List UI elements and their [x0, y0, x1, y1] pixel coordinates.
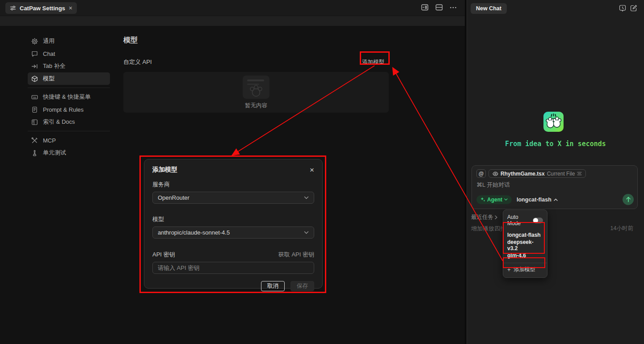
sidebar-item-index-docs[interactable]: 索引 & Docs — [28, 116, 110, 128]
get-api-key-link[interactable]: 获取 API 密钥 — [278, 251, 314, 259]
tab-complete-icon — [31, 63, 38, 70]
sidebar-item-label: 索引 & Docs — [43, 118, 75, 126]
sidebar-item-label: 快捷键 & 快捷菜单 — [43, 93, 91, 101]
sidebar-item-shortcuts[interactable]: 快捷键 & 快捷菜单 — [28, 91, 110, 103]
chevron-down-icon — [504, 198, 508, 201]
custom-api-empty-panel: 暂无内容 — [123, 72, 389, 113]
sidebar-separator — [28, 131, 110, 131]
editor-tab-bar: CatPaw Settings × — [0, 0, 465, 16]
sidebar-separator — [28, 88, 110, 88]
chevron-down-icon — [304, 196, 309, 199]
sliders-icon — [10, 5, 16, 11]
layout-panel-icon[interactable] — [421, 4, 429, 11]
selected-model-label: longcat-flash — [517, 197, 551, 203]
cube-icon — [31, 76, 38, 82]
sidebar-item-label: MCP — [43, 137, 56, 144]
tab-catpaw-settings[interactable]: CatPaw Settings × — [5, 2, 77, 14]
arrow-up-icon — [626, 197, 631, 202]
menu-add-model-button[interactable]: + 添加模型 — [503, 265, 547, 274]
agent-label: Agent — [487, 197, 502, 203]
app-window: CatPaw Settings × 通用 Chat — [0, 0, 644, 344]
agent-mode-button[interactable]: Agent — [476, 195, 512, 204]
sidebar-item-label: Chat — [43, 50, 55, 57]
current-file-chip[interactable]: RhythmGame.tsx Current File — [488, 169, 586, 178]
chat-history-icon[interactable] — [619, 4, 626, 12]
models-section: 模型 自定义 API 添加模型 暂无内容 — [123, 36, 389, 113]
empty-state-icon — [243, 76, 269, 99]
sidebar-item-label: Tab 补全 — [43, 62, 66, 70]
chat-bubble-icon — [31, 50, 38, 57]
tools-icon — [31, 137, 38, 144]
menu-separator — [503, 263, 547, 263]
auto-mode-row: Auto Mode — [503, 213, 547, 230]
close-icon[interactable]: × — [310, 166, 314, 174]
model-dropdown-menu: Auto Mode longcat-flash deepseek-v3.2 gl… — [503, 210, 547, 278]
save-button[interactable]: 保存 — [290, 281, 314, 291]
sidebar-item-label: Prompt & Rules — [43, 106, 84, 113]
model-selector-button[interactable]: longcat-flash — [517, 197, 558, 203]
provider-value: OpenRouter — [158, 194, 189, 201]
sidebar-item-prompt-rules[interactable]: Prompt & Rules — [28, 103, 110, 116]
model-label: 模型 — [152, 215, 314, 223]
editor-toolbar — [421, 4, 457, 11]
sidebar-item-models[interactable]: 模型 — [28, 72, 110, 85]
sidebar-item-label: 单元测试 — [43, 149, 66, 157]
recent-task-title[interactable]: 增加播放四拍 — [471, 225, 506, 233]
auto-mode-toggle[interactable] — [533, 218, 543, 223]
catpaw-logo — [543, 112, 564, 132]
chevron-up-icon — [554, 198, 558, 201]
file-name: RhythmGame.tsx — [501, 171, 545, 177]
chevron-right-icon — [495, 215, 497, 219]
settings-sidebar: 通用 Chat Tab 补全 模型 快捷键 & 快捷菜单 Prompt & — [28, 35, 110, 159]
new-chat-tab[interactable]: New Chat — [471, 3, 507, 14]
provider-label: 服务商 — [152, 180, 314, 189]
sidebar-item-label: 通用 — [43, 37, 55, 45]
empty-state-text: 暂无内容 — [245, 102, 267, 109]
menu-item-model[interactable]: deepseek-v3.2 — [503, 240, 547, 250]
tab-close-icon[interactable]: × — [69, 5, 72, 11]
chat-input-box[interactable]: @ RhythmGame.tsx Current File ⌘L 开始对话 Ag… — [471, 165, 638, 209]
lines-icon — [577, 172, 582, 176]
api-key-label: API 密钥 — [152, 251, 175, 259]
chat-panel: New Chat — [467, 0, 644, 344]
current-file-badge: Current File — [547, 171, 575, 177]
menu-item-model[interactable]: glm-4.6 — [503, 250, 547, 260]
sidebar-item-chat[interactable]: Chat — [28, 47, 110, 60]
flask-icon — [31, 150, 38, 156]
tab-title: CatPaw Settings — [20, 5, 65, 12]
add-model-modal: 添加模型 × 服务商 OpenRouter 模型 anthropic/claud… — [144, 159, 323, 289]
tagline: From idea to X in seconds — [467, 140, 644, 148]
chevron-down-icon — [304, 231, 309, 234]
sparkles-icon — [480, 197, 485, 202]
recent-task-time: 14小时前 — [610, 225, 633, 232]
provider-select[interactable]: OpenRouter — [152, 192, 314, 204]
new-chat-compose-icon[interactable] — [630, 4, 637, 12]
model-value: anthropic/claude-sonnet-4.5 — [158, 229, 230, 236]
sidebar-item-general[interactable]: 通用 — [28, 35, 110, 47]
modal-title: 添加模型 — [152, 166, 177, 174]
auto-mode-label: Auto Mode — [507, 214, 533, 227]
editor-header-band — [0, 16, 465, 26]
sidebar-item-mcp[interactable]: MCP — [28, 134, 110, 147]
mention-button[interactable]: @ — [476, 169, 486, 178]
gear-icon — [31, 38, 38, 45]
send-button[interactable] — [623, 194, 634, 205]
prompt-doc-icon — [31, 106, 38, 113]
model-select[interactable]: anthropic/claude-sonnet-4.5 — [152, 227, 314, 239]
add-model-button[interactable]: 添加模型 — [358, 56, 389, 68]
more-options-icon[interactable] — [450, 4, 457, 11]
sidebar-item-tab-completion[interactable]: Tab 补全 — [28, 60, 110, 72]
split-editor-icon[interactable] — [435, 4, 443, 11]
chat-input-placeholder: ⌘L 开始对话 — [476, 181, 633, 189]
eye-icon — [492, 172, 498, 176]
sidebar-item-label: 模型 — [43, 75, 55, 83]
page-title: 模型 — [123, 36, 389, 45]
api-key-input[interactable] — [152, 262, 314, 274]
book-index-icon — [31, 119, 38, 126]
cancel-button[interactable]: 取消 — [261, 281, 285, 291]
sidebar-item-unit-test[interactable]: 单元测试 — [28, 147, 110, 159]
keyboard-icon — [31, 94, 38, 101]
custom-api-label: 自定义 API — [123, 58, 152, 66]
recent-tasks-header[interactable]: 最近任务 — [471, 214, 497, 221]
plus-icon: + — [507, 266, 511, 273]
